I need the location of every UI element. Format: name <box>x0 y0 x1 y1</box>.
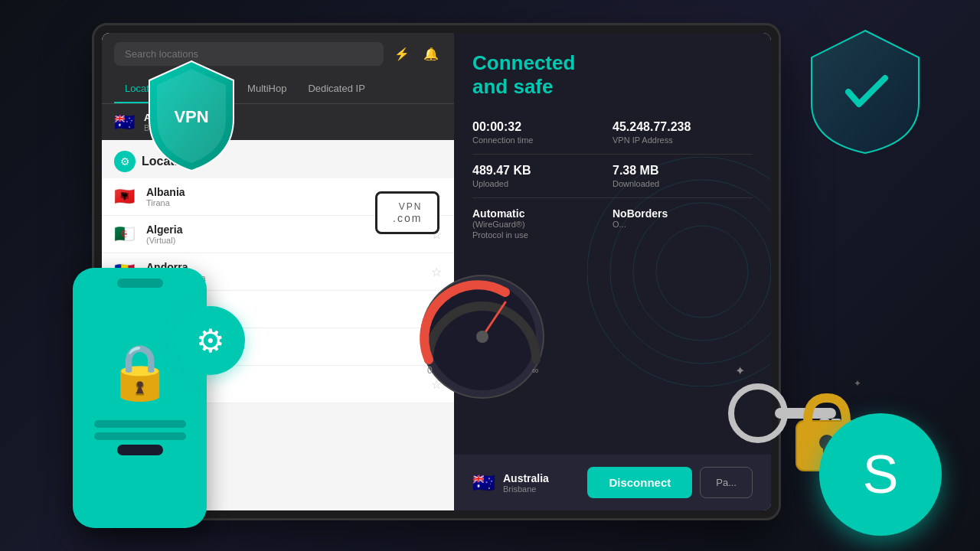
tab-multihop[interactable]: MultiHop <box>237 75 297 103</box>
phone-lines <box>94 416 186 455</box>
connection-time-label: Connection time <box>472 135 612 145</box>
albania-flag: 🇦🇱 <box>114 187 137 207</box>
connected-flag: 🇦🇺 <box>472 472 495 494</box>
connection-time-value: 00:00:32 <box>472 120 612 134</box>
svg-text:0: 0 <box>427 365 433 376</box>
svg-text:✦: ✦ <box>735 364 745 377</box>
surfshark-logo: S <box>819 413 942 536</box>
phone-line-short <box>117 445 163 455</box>
recent-flag: 🇦🇺 <box>114 112 135 132</box>
top-right-shield <box>796 23 934 161</box>
connected-title: Connected and safe <box>472 51 753 99</box>
connected-header: Connected and safe <box>454 33 771 111</box>
bell-icon[interactable]: 🔔 <box>420 44 442 65</box>
speed-icon[interactable]: ⚡ <box>391 44 413 65</box>
phone-lock-icon: 🔒 <box>106 341 173 403</box>
phone-line-1 <box>94 420 186 428</box>
algeria-city: (Virtual) <box>146 236 431 245</box>
connected-city: Brisbane <box>503 484 549 494</box>
svg-point-8 <box>476 331 488 343</box>
vpn-com-logo: VPN.com <box>375 191 439 234</box>
phone-line-2 <box>94 432 186 440</box>
connected-line2: and safe <box>472 75 554 98</box>
gear-icon: ⚙ <box>196 322 225 360</box>
gear-symbol: ⚙ <box>120 155 130 168</box>
speedometer-decoration: 0 ∞ <box>406 260 559 413</box>
vpn-shield-decoration: VPN <box>142 57 241 172</box>
tab-dedicated-ip[interactable]: Dedicated IP <box>297 75 375 103</box>
phone-notch <box>117 279 163 288</box>
svg-point-0 <box>656 226 748 318</box>
svg-text:VPN: VPN <box>174 107 208 126</box>
vpn-ip-label: VPN IP Address <box>612 135 753 145</box>
svg-point-1 <box>633 203 771 341</box>
connected-line1: Connected <box>472 51 575 74</box>
surfshark-symbol: S <box>863 444 899 505</box>
phone-decoration: 🔒 <box>73 268 207 528</box>
svg-point-2 <box>610 180 771 364</box>
stat-connection-time: 00:00:32 Connection time <box>472 111 612 155</box>
vpn-com-text: .com <box>393 212 422 224</box>
svg-text:✦: ✦ <box>854 378 861 389</box>
disconnect-button[interactable]: Disconnect <box>587 467 692 498</box>
vpn-ip-value: 45.248.77.238 <box>612 120 753 134</box>
algeria-flag: 🇩🇿 <box>114 224 137 244</box>
connected-country: Australia <box>503 472 549 484</box>
vpn-text: VPN <box>393 201 422 212</box>
gear-decoration: ⚙ <box>176 306 245 375</box>
stat-vpn-ip: 45.248.77.238 VPN IP Address <box>612 111 753 155</box>
svg-text:∞: ∞ <box>532 365 539 376</box>
connected-location-info: Australia Brisbane <box>503 472 549 494</box>
connected-location: 🇦🇺 Australia Brisbane <box>472 472 549 494</box>
settings-icon: ⚙ <box>114 151 136 172</box>
